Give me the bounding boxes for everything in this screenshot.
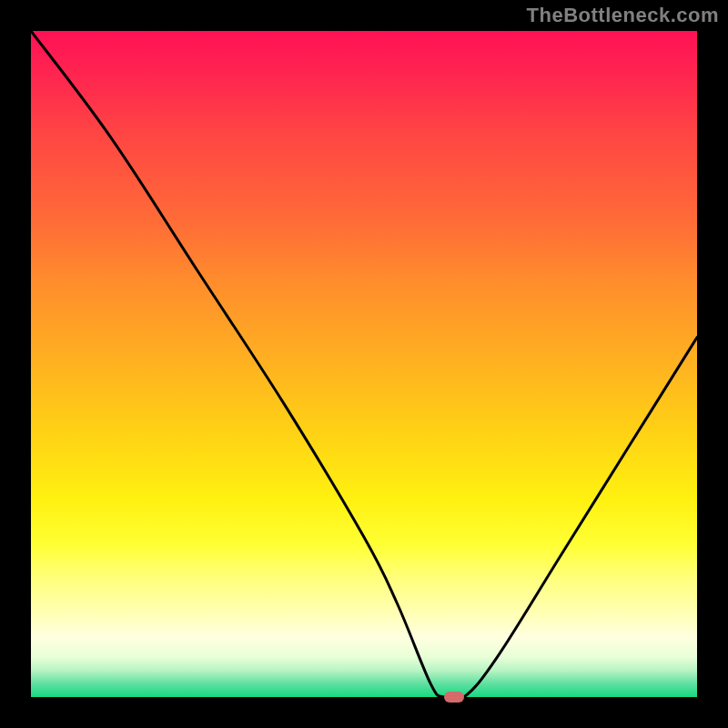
attribution-watermark: TheBottleneck.com xyxy=(527,4,719,27)
plot-area xyxy=(31,31,697,697)
bottleneck-curve xyxy=(31,31,697,697)
chart-frame: TheBottleneck.com xyxy=(0,0,728,728)
optimal-point-marker xyxy=(444,692,464,703)
